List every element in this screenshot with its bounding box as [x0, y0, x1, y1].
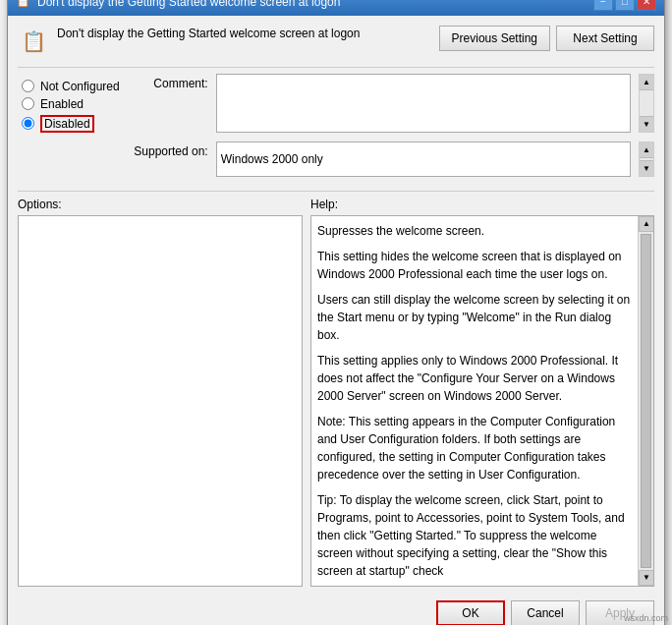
next-setting-button[interactable]: Next Setting — [556, 26, 654, 51]
radio-disabled-input[interactable] — [22, 117, 34, 130]
comment-textarea[interactable] — [216, 74, 631, 133]
help-text-content: Supresses the welcome screen. This setti… — [311, 216, 653, 586]
supported-value: Windows 2000 only — [216, 142, 631, 177]
radio-not-configured-label: Not Configured — [40, 80, 120, 93]
options-box — [18, 215, 303, 587]
header-title: Don't display the Getting Started welcom… — [57, 26, 439, 42]
dialog-footer: OK Cancel Apply — [18, 595, 654, 626]
help-para-3: Users can still display the welcome scre… — [317, 291, 632, 344]
title-bar: 📋 Don't display the Getting Started welc… — [8, 0, 664, 16]
cancel-button[interactable]: Cancel — [511, 600, 580, 626]
policy-icon: 📋 — [18, 26, 49, 57]
help-scroll-thumb[interactable] — [641, 234, 651, 568]
header-buttons: Previous Setting Next Setting — [439, 26, 654, 51]
comment-field-container — [216, 74, 631, 136]
options-label: Options: — [18, 198, 303, 211]
help-para-2: This setting hides the welcome screen th… — [317, 248, 632, 283]
fields-section: Comment: ▲ ▼ Supported on: Windows 2000 … — [130, 74, 654, 177]
radio-disabled[interactable]: Disabled — [22, 115, 120, 133]
radio-disabled-label: Disabled — [40, 115, 94, 133]
help-scroll-up[interactable]: ▲ — [639, 216, 654, 232]
main-window: 📋 Don't display the Getting Started welc… — [7, 0, 665, 625]
comment-row: Comment: ▲ ▼ — [130, 74, 654, 136]
radio-enabled-label: Enabled — [40, 97, 84, 111]
watermark: wsxdn.com — [624, 613, 668, 623]
supported-scroll-down[interactable]: ▼ — [640, 160, 653, 176]
comment-scroll-up[interactable]: ▲ — [640, 75, 653, 90]
panels-row: Options: Help: Supresses the welcome scr… — [18, 198, 654, 587]
help-panel: Help: Supresses the welcome screen. This… — [310, 198, 654, 587]
help-para-6: Tip: To display the welcome screen, clic… — [317, 491, 632, 580]
radio-enabled[interactable]: Enabled — [22, 97, 120, 111]
comment-scrollbar: ▲ ▼ — [639, 74, 654, 133]
help-box: Supresses the welcome screen. This setti… — [310, 215, 654, 587]
supported-label: Supported on: — [130, 142, 208, 158]
title-bar-left: 📋 Don't display the Getting Started welc… — [16, 0, 340, 10]
previous-setting-button[interactable]: Previous Setting — [439, 26, 550, 51]
help-para-4: This setting applies only to Windows 200… — [317, 352, 632, 405]
dialog-content: 📋 Don't display the Getting Started welc… — [8, 16, 664, 626]
radio-not-configured-input[interactable] — [22, 80, 34, 92]
header-row: 📋 Don't display the Getting Started welc… — [18, 26, 654, 57]
help-para-5: Note: This setting appears in the Comput… — [317, 413, 632, 483]
comment-label: Comment: — [130, 74, 208, 90]
supported-scroll-up[interactable]: ▲ — [640, 142, 653, 158]
radio-group: Not Configured Enabled Disabled — [18, 80, 120, 175]
radio-not-configured[interactable]: Not Configured — [22, 80, 120, 93]
close-button[interactable]: ✕ — [637, 0, 656, 11]
supported-field-container: Windows 2000 only — [216, 142, 631, 177]
supported-scrollbar: ▲ ▼ — [639, 142, 654, 177]
maximize-button[interactable]: □ — [615, 0, 635, 11]
help-para-1: Supresses the welcome screen. — [317, 222, 632, 240]
help-scrollbar: ▲ ▼ — [638, 216, 653, 586]
ok-button[interactable]: OK — [436, 600, 505, 626]
separator-1 — [18, 67, 654, 68]
header-left: 📋 Don't display the Getting Started welc… — [18, 26, 439, 57]
window-title: Don't display the Getting Started welcom… — [37, 0, 340, 9]
options-panel: Options: — [18, 198, 303, 587]
window-icon: 📋 — [16, 0, 31, 10]
help-label: Help: — [310, 198, 654, 211]
radio-fields-row: Not Configured Enabled Disabled Comment: — [18, 74, 654, 185]
comment-scroll-down[interactable]: ▼ — [640, 116, 653, 132]
minimize-button[interactable]: − — [593, 0, 613, 11]
radio-enabled-input[interactable] — [22, 97, 34, 110]
title-controls: − □ ✕ — [593, 0, 656, 11]
help-scroll-down[interactable]: ▼ — [639, 570, 654, 586]
separator-2 — [18, 191, 654, 192]
supported-row: Supported on: Windows 2000 only ▲ ▼ — [130, 142, 654, 177]
